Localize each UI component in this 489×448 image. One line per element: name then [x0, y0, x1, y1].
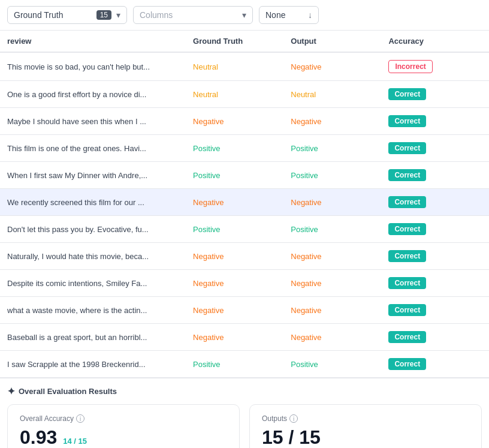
cell-output: Negative	[283, 270, 381, 297]
sparkle-icon: ✦	[7, 386, 15, 397]
table-row[interactable]: This movie is so bad, you can't help but…	[0, 52, 489, 81]
cell-accuracy: Incorrect	[381, 52, 489, 81]
table-row[interactable]: Maybe I should have seen this when I ...…	[0, 108, 489, 135]
chevron-down-icon: ▾	[116, 10, 120, 20]
data-table: review Ground Truth Output Accuracy This…	[0, 31, 489, 378]
cell-ground-truth: Negative	[186, 108, 283, 135]
cell-output: Positive	[283, 135, 381, 162]
table-row[interactable]: One is a good first effort by a novice d…	[0, 81, 489, 108]
cell-accuracy: Correct	[381, 324, 489, 351]
ground-truth-dropdown[interactable]: Ground Truth 15 ▾	[7, 6, 127, 24]
cell-ground-truth: Negative	[186, 324, 283, 351]
cell-ground-truth: Negative	[186, 189, 283, 216]
evaluation-title-text: Overall Evaluation Results	[19, 387, 117, 396]
cell-accuracy: Correct	[381, 270, 489, 297]
cell-review: We recently screened this film for our .…	[0, 189, 186, 216]
table-row[interactable]: Naturally, I would hate this movie, beca…	[0, 243, 489, 270]
cell-review: Don't let this pass you by. Evocative, f…	[0, 216, 186, 243]
cell-ground-truth: Neutral	[186, 52, 283, 81]
cell-output: Negative	[283, 52, 381, 81]
cell-ground-truth: Neutral	[186, 81, 283, 108]
cell-output: Negative	[283, 189, 381, 216]
col-header-review: review	[0, 31, 186, 52]
overall-accuracy-card: Overall Accuracy i 0.93 14 / 15	[7, 404, 240, 448]
cell-review: This movie is so bad, you can't help but…	[0, 52, 186, 81]
cell-ground-truth: Negative	[186, 297, 283, 324]
cell-accuracy: Correct	[381, 162, 489, 189]
evaluation-section: ✦ Overall Evaluation Results Overall Acc…	[0, 378, 489, 448]
overall-accuracy-value: 0.93	[20, 426, 57, 448]
evaluation-title: ✦ Overall Evaluation Results	[7, 386, 482, 397]
info-icon[interactable]: i	[289, 414, 298, 423]
cell-review: Baseball is a great sport, but an horrib…	[0, 324, 186, 351]
cell-output: Positive	[283, 162, 381, 189]
cell-accuracy: Correct	[381, 135, 489, 162]
table-row[interactable]: I saw Scrapple at the 1998 Breckenrid...…	[0, 351, 489, 378]
overall-accuracy-sub: 14 / 15	[63, 437, 87, 446]
cell-output: Positive	[283, 216, 381, 243]
cell-review: This film is one of the great ones. Havi…	[0, 135, 186, 162]
overall-accuracy-label: Overall Accuracy i	[20, 414, 227, 423]
cell-output: Negative	[283, 108, 381, 135]
none-label: None	[265, 10, 303, 20]
col-header-output: Output	[283, 31, 381, 52]
chevron-down-icon: ↓	[308, 10, 312, 20]
chevron-down-icon: ▾	[242, 10, 246, 20]
cell-accuracy: Correct	[381, 297, 489, 324]
cell-review: Maybe I should have seen this when I ...	[0, 108, 186, 135]
cell-output: Negative	[283, 243, 381, 270]
table-row[interactable]: Baseball is a great sport, but an horrib…	[0, 324, 489, 351]
table-row[interactable]: When I first saw My Dinner with Andre,..…	[0, 162, 489, 189]
cell-output: Neutral	[283, 81, 381, 108]
cell-review: what a waste movie, where is the actin..…	[0, 297, 186, 324]
cell-output: Negative	[283, 324, 381, 351]
ground-truth-label: Ground Truth	[14, 10, 92, 20]
cell-output: Negative	[283, 297, 381, 324]
cell-ground-truth: Positive	[186, 216, 283, 243]
cell-review: Despite its comic intentions, Smiley Fa.…	[0, 270, 186, 297]
cell-ground-truth: Positive	[186, 162, 283, 189]
toolbar: Ground Truth 15 ▾ Columns ▾ None ↓	[0, 0, 489, 31]
cell-accuracy: Correct	[381, 243, 489, 270]
cell-review: When I first saw My Dinner with Andre,..…	[0, 162, 186, 189]
outputs-label: Outputs i	[262, 414, 469, 423]
table-row[interactable]: We recently screened this film for our .…	[0, 189, 489, 216]
table-row[interactable]: Despite its comic intentions, Smiley Fa.…	[0, 270, 489, 297]
col-header-accuracy: Accuracy	[381, 31, 489, 52]
cell-accuracy: Correct	[381, 351, 489, 378]
columns-label: Columns	[140, 10, 237, 20]
none-dropdown[interactable]: None ↓	[259, 6, 319, 24]
cell-ground-truth: Negative	[186, 270, 283, 297]
cell-review: One is a good first effort by a novice d…	[0, 81, 186, 108]
table-row[interactable]: Don't let this pass you by. Evocative, f…	[0, 216, 489, 243]
col-header-ground-truth: Ground Truth	[186, 31, 283, 52]
cell-ground-truth: Positive	[186, 351, 283, 378]
evaluation-cards: Overall Accuracy i 0.93 14 / 15 Outputs …	[7, 404, 482, 448]
cell-accuracy: Correct	[381, 108, 489, 135]
cell-accuracy: Correct	[381, 81, 489, 108]
cell-accuracy: Correct	[381, 189, 489, 216]
table-header: review Ground Truth Output Accuracy	[0, 31, 489, 52]
table-row[interactable]: This film is one of the great ones. Havi…	[0, 135, 489, 162]
cell-ground-truth: Negative	[186, 243, 283, 270]
overall-accuracy-fraction: 14 / 15	[63, 437, 87, 446]
cell-output: Positive	[283, 351, 381, 378]
columns-dropdown[interactable]: Columns ▾	[133, 6, 253, 24]
outputs-card: Outputs i 15 / 15	[249, 404, 482, 448]
cell-ground-truth: Positive	[186, 135, 283, 162]
table-row[interactable]: what a waste movie, where is the actin..…	[0, 297, 489, 324]
info-icon[interactable]: i	[76, 414, 84, 423]
outputs-value: 15 / 15	[262, 426, 321, 448]
cell-accuracy: Correct	[381, 216, 489, 243]
cell-review: Naturally, I would hate this movie, beca…	[0, 243, 186, 270]
ground-truth-count: 15	[96, 10, 111, 20]
cell-review: I saw Scrapple at the 1998 Breckenrid...	[0, 351, 186, 378]
